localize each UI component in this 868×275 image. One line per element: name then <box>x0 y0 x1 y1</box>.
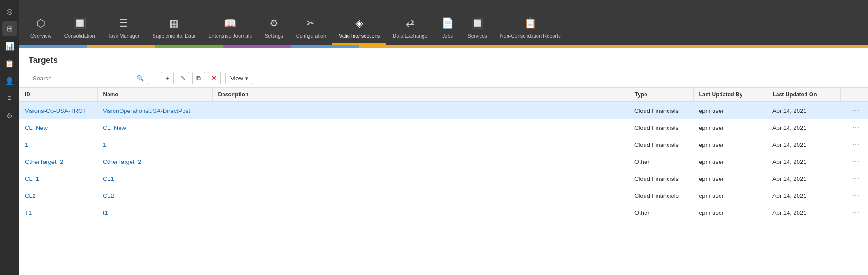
nav-valid-intersections[interactable]: ◈ Valid Intersections <box>332 0 386 45</box>
nav-supplemental-data-label: Supplemental Data <box>153 33 196 39</box>
services-icon: 🔲 <box>471 17 484 29</box>
cell-last-updated-by: epm user <box>693 102 767 119</box>
search-box[interactable]: 🔍 <box>29 73 148 84</box>
cell-type: Cloud Financials <box>629 187 693 204</box>
table-header: ID Name Description Type Last Updated By… <box>19 88 868 102</box>
nav-enterprise-journals-label: Enterprise Journals <box>208 33 252 39</box>
nav-data-exchange-label: Data Exchange <box>393 33 427 39</box>
cell-id[interactable]: CL2 <box>19 187 97 204</box>
sidebar-icon-target[interactable]: ◎ <box>2 4 17 18</box>
cell-description <box>212 119 629 136</box>
nav-services[interactable]: 🔲 Services <box>461 0 493 45</box>
cell-name[interactable]: t1 <box>97 204 212 221</box>
nav-configuration-label: Configuration <box>296 33 326 39</box>
cell-name[interactable]: VisionOperationsUSA-DirectPost <box>97 102 212 119</box>
cell-type: Cloud Financials <box>629 102 693 119</box>
nav-configuration[interactable]: ✂ Configuration <box>290 0 332 45</box>
nav-non-consolidation-reports[interactable]: 📋 Non-Consolidation Reports <box>494 0 567 45</box>
view-label: View <box>230 75 243 82</box>
view-button[interactable]: View ▾ <box>225 73 253 84</box>
nav-task-manager-label: Task Manager <box>108 33 140 39</box>
cell-actions[interactable]: ··· <box>840 119 868 136</box>
cell-actions[interactable]: ··· <box>840 204 868 221</box>
cell-last-updated-on: Apr 14, 2021 <box>767 204 840 221</box>
page-header: Targets <box>19 48 868 69</box>
copy-button[interactable]: ⧉ <box>192 72 205 84</box>
table-row[interactable]: CL_New CL_New Cloud Financials epm user … <box>19 119 868 136</box>
cell-description <box>212 102 629 119</box>
sidebar-icon-user[interactable]: 👤 <box>2 73 17 88</box>
cell-name[interactable]: CL_New <box>97 119 212 136</box>
cell-id[interactable]: OtherTarget_2 <box>19 153 97 170</box>
cell-name[interactable]: CL1 <box>97 170 212 187</box>
cell-name[interactable]: OtherTarget_2 <box>97 153 212 170</box>
color-bar <box>19 45 868 48</box>
cell-id[interactable]: 1 <box>19 136 97 153</box>
sidebar: ◎ ⊞ 📊 📋 👤 ≡ ⚙ <box>0 0 19 275</box>
cell-last-updated-by: epm user <box>693 187 767 204</box>
row-actions-button[interactable]: ··· <box>850 106 862 116</box>
cell-type: Cloud Financials <box>629 119 693 136</box>
sidebar-icon-grid[interactable]: ⊞ <box>2 21 17 36</box>
jobs-icon: 📄 <box>441 17 454 29</box>
table-container: ID Name Description Type Last Updated By… <box>19 88 868 275</box>
col-header-last-updated-by: Last Updated By <box>693 88 767 102</box>
row-actions-button[interactable]: ··· <box>850 174 862 184</box>
sidebar-icon-settings[interactable]: ⚙ <box>2 108 17 123</box>
cell-id[interactable]: Visions-Op-USA-TRGT <box>19 102 97 119</box>
nav-settings[interactable]: ⚙ Settings <box>258 0 290 45</box>
nav-overview-label: Overview <box>30 33 51 39</box>
nav-consolidation[interactable]: 🔲 Consolidation <box>58 0 102 45</box>
nav-jobs-label: Jobs <box>442 33 453 39</box>
search-input[interactable] <box>33 75 137 82</box>
nav-jobs[interactable]: 📄 Jobs <box>434 0 461 45</box>
data-exchange-icon: ⇄ <box>406 17 414 29</box>
cell-last-updated-on: Apr 14, 2021 <box>767 119 840 136</box>
nav-overview[interactable]: ⬡ Overview <box>24 0 58 45</box>
sidebar-icon-report[interactable]: 📋 <box>2 56 17 71</box>
sidebar-icon-list[interactable]: ≡ <box>2 91 17 106</box>
col-header-actions <box>840 88 868 102</box>
delete-button[interactable]: ✕ <box>208 72 221 84</box>
nav-services-label: Services <box>468 33 487 39</box>
cell-actions[interactable]: ··· <box>840 170 868 187</box>
sidebar-icon-chart[interactable]: 📊 <box>2 39 17 53</box>
cell-name[interactable]: CL2 <box>97 187 212 204</box>
nav-enterprise-journals[interactable]: 📖 Enterprise Journals <box>202 0 258 45</box>
overview-icon: ⬡ <box>36 17 45 29</box>
table-row[interactable]: Visions-Op-USA-TRGT VisionOperationsUSA-… <box>19 102 868 119</box>
cell-type: Cloud Financials <box>629 136 693 153</box>
nav-task-manager[interactable]: ☰ Task Manager <box>102 0 146 45</box>
cell-last-updated-on: Apr 14, 2021 <box>767 136 840 153</box>
table-row[interactable]: CL_1 CL1 Cloud Financials epm user Apr 1… <box>19 170 868 187</box>
row-actions-button[interactable]: ··· <box>850 191 862 201</box>
table-row[interactable]: OtherTarget_2 OtherTarget_2 Other epm us… <box>19 153 868 170</box>
cell-id[interactable]: CL_New <box>19 119 97 136</box>
configuration-icon: ✂ <box>307 17 315 29</box>
row-actions-button[interactable]: ··· <box>850 140 862 150</box>
edit-button[interactable]: ✎ <box>177 72 189 84</box>
row-actions-button[interactable]: ··· <box>850 157 862 167</box>
cell-actions[interactable]: ··· <box>840 187 868 204</box>
add-button[interactable]: + <box>161 72 174 84</box>
nav-data-exchange[interactable]: ⇄ Data Exchange <box>386 0 434 45</box>
search-icon: 🔍 <box>137 75 144 82</box>
table-row[interactable]: CL2 CL2 Cloud Financials epm user Apr 14… <box>19 187 868 204</box>
row-actions-button[interactable]: ··· <box>850 123 862 133</box>
cell-last-updated-on: Apr 14, 2021 <box>767 170 840 187</box>
cell-actions[interactable]: ··· <box>840 102 868 119</box>
row-actions-button[interactable]: ··· <box>850 208 862 218</box>
cell-actions[interactable]: ··· <box>840 153 868 170</box>
cell-name[interactable]: 1 <box>97 136 212 153</box>
task-manager-icon: ☰ <box>119 17 128 29</box>
table-row[interactable]: T1 t1 Other epm user Apr 14, 2021 ··· <box>19 204 868 221</box>
table-row[interactable]: 1 1 Cloud Financials epm user Apr 14, 20… <box>19 136 868 153</box>
cell-id[interactable]: CL_1 <box>19 170 97 187</box>
cell-type: Cloud Financials <box>629 170 693 187</box>
cell-actions[interactable]: ··· <box>840 136 868 153</box>
nav-supplemental-data[interactable]: ▦ Supplemental Data <box>146 0 202 45</box>
cell-last-updated-by: epm user <box>693 119 767 136</box>
col-header-description: Description <box>212 88 629 102</box>
cell-id[interactable]: T1 <box>19 204 97 221</box>
nav-settings-label: Settings <box>265 33 283 39</box>
